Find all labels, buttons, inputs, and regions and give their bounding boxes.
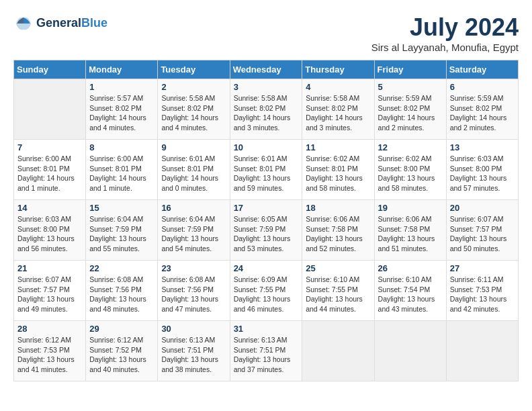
calendar-cell: 6Sunrise: 5:59 AM Sunset: 8:02 PM Daylig… xyxy=(446,79,518,140)
calendar-cell: 20Sunrise: 6:07 AM Sunset: 7:57 PM Dayli… xyxy=(446,200,518,261)
calendar-cell: 14Sunrise: 6:03 AM Sunset: 8:00 PM Dayli… xyxy=(14,200,86,261)
page-header: GeneralBlue July 2024 Sirs al Layyanah, … xyxy=(13,13,519,53)
day-number: 9 xyxy=(161,142,226,152)
week-row-3: 14Sunrise: 6:03 AM Sunset: 8:00 PM Dayli… xyxy=(14,200,519,261)
day-number: 29 xyxy=(89,324,154,334)
day-number: 8 xyxy=(89,142,154,152)
week-row-2: 7Sunrise: 6:00 AM Sunset: 8:01 PM Daylig… xyxy=(14,140,519,200)
day-number: 5 xyxy=(378,82,443,92)
day-number: 22 xyxy=(89,263,154,273)
day-number: 4 xyxy=(306,82,370,92)
calendar-cell: 11Sunrise: 6:02 AM Sunset: 8:01 PM Dayli… xyxy=(302,140,374,200)
week-row-1: 1Sunrise: 5:57 AM Sunset: 8:02 PM Daylig… xyxy=(14,79,519,140)
column-header-monday: Monday xyxy=(86,60,158,79)
calendar-cell: 17Sunrise: 6:05 AM Sunset: 7:59 PM Dayli… xyxy=(230,200,302,261)
day-info: Sunrise: 6:08 AM Sunset: 7:56 PM Dayligh… xyxy=(161,275,226,314)
subtitle: Sirs al Layyanah, Monufia, Egypt xyxy=(371,42,519,53)
calendar-cell: 3Sunrise: 5:58 AM Sunset: 8:02 PM Daylig… xyxy=(230,79,302,140)
calendar-cell: 31Sunrise: 6:13 AM Sunset: 7:51 PM Dayli… xyxy=(230,321,302,381)
calendar-cell: 8Sunrise: 6:00 AM Sunset: 8:01 PM Daylig… xyxy=(86,140,158,200)
calendar-cell: 29Sunrise: 6:12 AM Sunset: 7:52 PM Dayli… xyxy=(86,321,158,381)
day-number: 16 xyxy=(161,203,226,213)
title-block: July 2024 Sirs al Layyanah, Monufia, Egy… xyxy=(371,13,519,53)
calendar-cell xyxy=(446,321,518,381)
day-info: Sunrise: 6:10 AM Sunset: 7:54 PM Dayligh… xyxy=(378,275,443,314)
day-info: Sunrise: 5:58 AM Sunset: 8:02 PM Dayligh… xyxy=(234,93,299,133)
calendar-cell: 18Sunrise: 6:06 AM Sunset: 7:58 PM Dayli… xyxy=(302,200,374,261)
logo: GeneralBlue xyxy=(13,13,107,34)
day-info: Sunrise: 5:57 AM Sunset: 8:02 PM Dayligh… xyxy=(89,93,154,133)
column-header-thursday: Thursday xyxy=(302,60,374,79)
day-info: Sunrise: 6:07 AM Sunset: 7:57 PM Dayligh… xyxy=(17,275,82,314)
calendar-table: SundayMondayTuesdayWednesdayThursdayFrid… xyxy=(13,60,519,381)
calendar-cell: 12Sunrise: 6:02 AM Sunset: 8:00 PM Dayli… xyxy=(374,140,446,200)
day-number: 3 xyxy=(234,82,299,92)
day-number: 2 xyxy=(161,82,226,92)
column-header-wednesday: Wednesday xyxy=(230,60,302,79)
main-title: July 2024 xyxy=(371,13,519,42)
header-row: SundayMondayTuesdayWednesdayThursdayFrid… xyxy=(14,60,519,79)
logo-icon xyxy=(13,13,34,34)
day-info: Sunrise: 6:13 AM Sunset: 7:51 PM Dayligh… xyxy=(234,335,299,375)
calendar-cell: 26Sunrise: 6:10 AM Sunset: 7:54 PM Dayli… xyxy=(374,261,446,321)
day-number: 1 xyxy=(89,82,154,92)
day-info: Sunrise: 6:02 AM Sunset: 8:00 PM Dayligh… xyxy=(378,154,443,193)
day-info: Sunrise: 6:06 AM Sunset: 7:58 PM Dayligh… xyxy=(306,214,370,254)
column-header-sunday: Sunday xyxy=(14,60,86,79)
day-info: Sunrise: 6:00 AM Sunset: 8:01 PM Dayligh… xyxy=(89,154,154,193)
day-info: Sunrise: 6:01 AM Sunset: 8:01 PM Dayligh… xyxy=(161,154,226,193)
day-number: 31 xyxy=(234,324,299,334)
day-info: Sunrise: 6:00 AM Sunset: 8:01 PM Dayligh… xyxy=(17,154,82,193)
logo-line1: GeneralBlue xyxy=(36,17,107,30)
column-header-friday: Friday xyxy=(374,60,446,79)
day-number: 30 xyxy=(161,324,226,334)
day-info: Sunrise: 6:05 AM Sunset: 7:59 PM Dayligh… xyxy=(234,214,299,254)
day-number: 27 xyxy=(450,263,515,273)
calendar-cell: 21Sunrise: 6:07 AM Sunset: 7:57 PM Dayli… xyxy=(14,261,86,321)
day-number: 24 xyxy=(234,263,299,273)
calendar-cell xyxy=(302,321,374,381)
calendar-cell: 13Sunrise: 6:03 AM Sunset: 8:00 PM Dayli… xyxy=(446,140,518,200)
calendar-cell: 16Sunrise: 6:04 AM Sunset: 7:59 PM Dayli… xyxy=(158,200,230,261)
day-number: 21 xyxy=(17,263,82,273)
calendar-cell: 30Sunrise: 6:13 AM Sunset: 7:51 PM Dayli… xyxy=(158,321,230,381)
calendar-cell: 24Sunrise: 6:09 AM Sunset: 7:55 PM Dayli… xyxy=(230,261,302,321)
column-header-tuesday: Tuesday xyxy=(158,60,230,79)
calendar-cell xyxy=(374,321,446,381)
day-info: Sunrise: 6:13 AM Sunset: 7:51 PM Dayligh… xyxy=(161,335,226,375)
day-info: Sunrise: 6:01 AM Sunset: 8:01 PM Dayligh… xyxy=(234,154,299,193)
week-row-5: 28Sunrise: 6:12 AM Sunset: 7:53 PM Dayli… xyxy=(14,321,519,381)
day-number: 26 xyxy=(378,263,443,273)
day-number: 19 xyxy=(378,203,443,213)
day-info: Sunrise: 6:07 AM Sunset: 7:57 PM Dayligh… xyxy=(450,214,515,254)
day-info: Sunrise: 6:09 AM Sunset: 7:55 PM Dayligh… xyxy=(234,275,299,314)
day-number: 18 xyxy=(306,203,370,213)
calendar-cell: 7Sunrise: 6:00 AM Sunset: 8:01 PM Daylig… xyxy=(14,140,86,200)
day-info: Sunrise: 5:59 AM Sunset: 8:02 PM Dayligh… xyxy=(378,93,443,133)
day-info: Sunrise: 6:03 AM Sunset: 8:00 PM Dayligh… xyxy=(17,214,82,254)
day-info: Sunrise: 6:08 AM Sunset: 7:56 PM Dayligh… xyxy=(89,275,154,314)
day-number: 15 xyxy=(89,203,154,213)
day-info: Sunrise: 6:11 AM Sunset: 7:53 PM Dayligh… xyxy=(450,275,515,314)
day-number: 7 xyxy=(17,142,82,152)
calendar-cell: 27Sunrise: 6:11 AM Sunset: 7:53 PM Dayli… xyxy=(446,261,518,321)
calendar-cell: 10Sunrise: 6:01 AM Sunset: 8:01 PM Dayli… xyxy=(230,140,302,200)
week-row-4: 21Sunrise: 6:07 AM Sunset: 7:57 PM Dayli… xyxy=(14,261,519,321)
day-info: Sunrise: 5:58 AM Sunset: 8:02 PM Dayligh… xyxy=(161,93,226,133)
day-number: 6 xyxy=(450,82,515,92)
calendar-cell: 4Sunrise: 5:58 AM Sunset: 8:02 PM Daylig… xyxy=(302,79,374,140)
calendar-cell: 28Sunrise: 6:12 AM Sunset: 7:53 PM Dayli… xyxy=(14,321,86,381)
day-number: 13 xyxy=(450,142,515,152)
calendar-cell: 5Sunrise: 5:59 AM Sunset: 8:02 PM Daylig… xyxy=(374,79,446,140)
calendar-cell: 9Sunrise: 6:01 AM Sunset: 8:01 PM Daylig… xyxy=(158,140,230,200)
day-number: 10 xyxy=(234,142,299,152)
day-info: Sunrise: 6:03 AM Sunset: 8:00 PM Dayligh… xyxy=(450,154,515,193)
calendar-cell: 1Sunrise: 5:57 AM Sunset: 8:02 PM Daylig… xyxy=(86,79,158,140)
calendar-cell: 15Sunrise: 6:04 AM Sunset: 7:59 PM Dayli… xyxy=(86,200,158,261)
day-info: Sunrise: 6:04 AM Sunset: 7:59 PM Dayligh… xyxy=(161,214,226,254)
day-number: 28 xyxy=(17,324,82,334)
column-header-saturday: Saturday xyxy=(446,60,518,79)
calendar-cell: 22Sunrise: 6:08 AM Sunset: 7:56 PM Dayli… xyxy=(86,261,158,321)
day-number: 23 xyxy=(161,263,226,273)
day-number: 14 xyxy=(17,203,82,213)
